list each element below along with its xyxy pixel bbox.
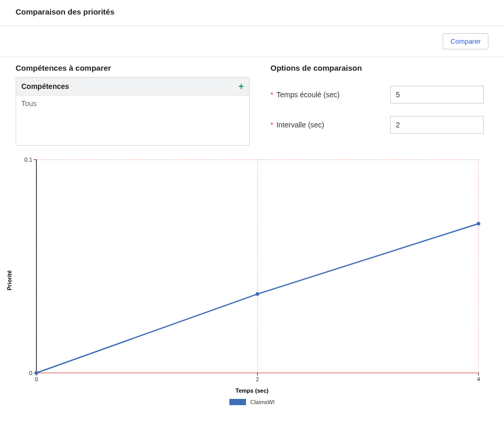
elapsed-label-text: Temps écoulé (sec) (276, 90, 339, 99)
svg-point-18 (477, 222, 481, 226)
required-icon: * (270, 121, 273, 129)
svg-text:4: 4 (477, 376, 480, 382)
svg-text:0: 0 (35, 376, 38, 382)
compare-button[interactable]: Comparer (443, 33, 488, 49)
page-title: Comparaison des priorités (16, 7, 488, 16)
action-bar: Comparer (0, 26, 504, 57)
x-axis-label: Temps (sec) (16, 387, 488, 394)
svg-text:0: 0 (29, 370, 32, 376)
elapsed-label: *Temps écoulé (sec) (270, 90, 390, 99)
y-axis-label: Priorité (6, 270, 12, 291)
skills-box: Compétences + Tous (16, 77, 250, 146)
options-section-label: Options de comparaison (270, 63, 488, 72)
interval-input[interactable] (390, 116, 484, 134)
elapsed-row: *Temps écoulé (sec) (270, 86, 488, 103)
svg-point-16 (35, 371, 38, 375)
svg-text:2: 2 (256, 376, 259, 382)
skills-box-title: Compétences (21, 82, 69, 90)
legend-swatch (229, 399, 246, 405)
interval-row: *Intervalle (sec) (270, 116, 488, 134)
interval-label: *Intervalle (sec) (270, 121, 390, 129)
skills-section-label: Compétences à comparer (16, 63, 250, 72)
config-row: Compétences à comparer Compétences + Tou… (0, 57, 504, 146)
chart: Priorité 02400.1 Temps (sec) ClaimsWI (16, 156, 488, 405)
required-icon: * (270, 90, 273, 99)
elapsed-input[interactable] (390, 86, 484, 103)
skills-column: Compétences à comparer Compétences + Tou… (16, 63, 250, 146)
skills-item[interactable]: Tous (16, 96, 249, 111)
skills-box-header: Compétences + (16, 77, 249, 96)
interval-label-text: Intervalle (sec) (276, 121, 324, 129)
chart-legend: ClaimsWI (16, 399, 488, 405)
chart-svg: 02400.1 (16, 156, 484, 384)
add-skill-icon[interactable]: + (238, 82, 244, 91)
svg-text:0.1: 0.1 (24, 157, 32, 163)
legend-label: ClaimsWI (250, 399, 275, 405)
page-header: Comparaison des priorités (0, 0, 504, 26)
options-column: Options de comparaison *Temps écoulé (se… (270, 63, 488, 146)
svg-point-17 (256, 292, 260, 296)
